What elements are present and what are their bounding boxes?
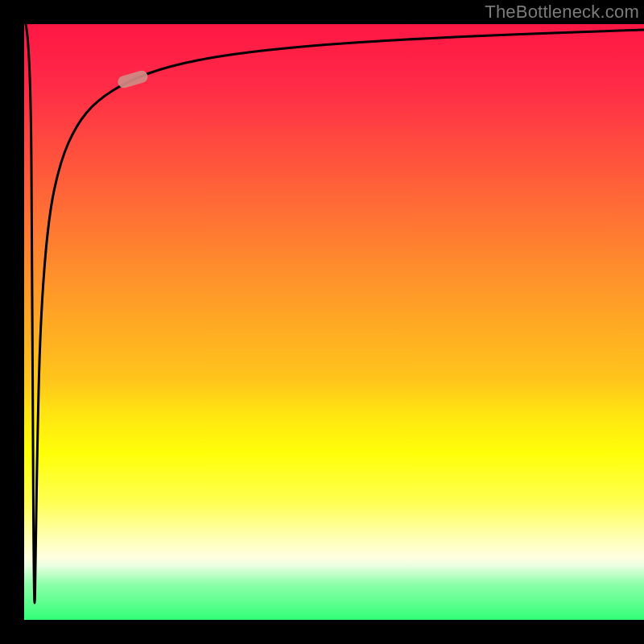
attribution-label: TheBottleneck.com bbox=[485, 2, 639, 23]
bottleneck-curve-path bbox=[26, 24, 644, 603]
curve-svg bbox=[24, 24, 644, 620]
chart-container: TheBottleneck.com bbox=[0, 0, 644, 644]
plot-area bbox=[24, 24, 644, 620]
